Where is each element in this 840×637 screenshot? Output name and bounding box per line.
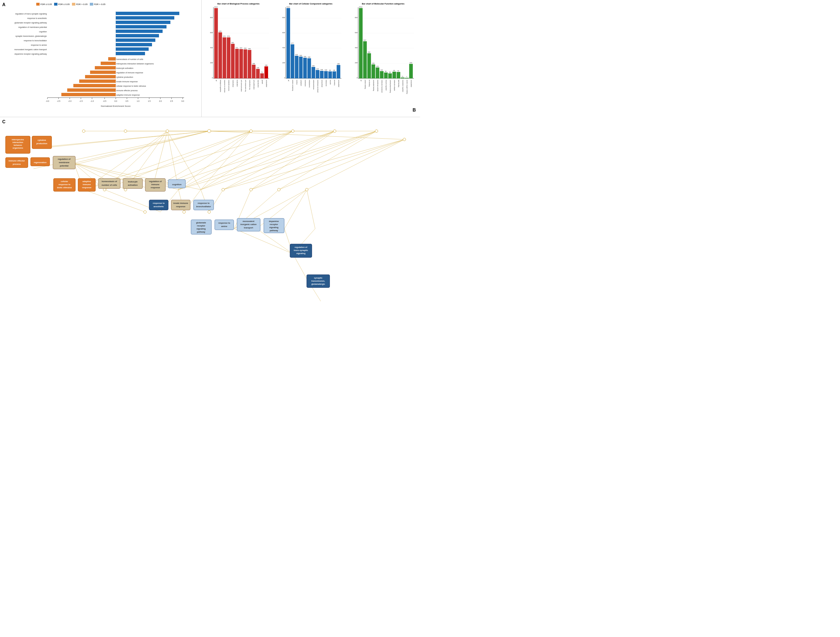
bar-immune-response [90,71,116,74]
svg-point-219 [222,188,224,191]
svg-text:517: 517 [363,40,366,41]
svg-text:signaling: signaling [269,226,279,229]
bar-membrane-potential [116,25,166,28]
svg-line-139 [33,131,209,148]
svg-line-171 [178,131,293,190]
svg-text:all: all [288,80,289,81]
svg-text:glutamatergic: glutamatergic [311,283,325,285]
svg-text:endomembrane: endomembrane [313,80,314,90]
svg-point-223 [144,210,147,213]
bar-adaptive-immune [62,93,116,96]
mf-bar-1 [363,41,367,78]
bar-trans-synaptic [116,12,179,15]
svg-text:potential: potential [60,164,68,167]
node-glutamate: glutamate receptor signaling pathway [191,220,212,234]
legend-item-4: FDR > 0.05 [90,3,106,6]
label-adaptive-immune: adaptive immune response [116,94,140,96]
svg-line-186 [307,139,404,190]
svg-line-182 [279,131,376,190]
svg-text:metabolic process: metabolic process [228,80,230,91]
svg-line-143 [74,131,209,163]
svg-text:number of cells: number of cells [101,184,117,186]
svg-text:transferase activity: transferase activity [377,80,379,92]
svg-text:glutamate: glutamate [196,221,206,224]
bar-synaptic [116,34,159,37]
svg-line-175 [201,131,335,190]
svg-point-221 [278,188,280,191]
node-innate-immune: innate immune response [171,200,190,210]
cc-bar-12 [336,65,340,78]
svg-text:0: 0 [212,77,213,79]
svg-line-181 [251,131,376,190]
svg-text:95: 95 [393,70,395,71]
bar-anesthetic [116,16,174,19]
mf-bar-8 [392,72,396,78]
cc-bar-3 [299,57,303,78]
cellular-component-svg: 0 200 400 600 800 1012 477 315 [276,6,345,101]
svg-text:unclassified: unclassified [266,80,267,87]
svg-point-225 [208,210,210,213]
svg-text:extracellular: extracellular [321,80,323,87]
svg-text:400: 400 [282,47,285,49]
svg-text:91: 91 [398,70,399,72]
legend-color-4 [90,3,93,6]
svg-line-166 [152,131,251,190]
svg-text:0: 0 [284,77,285,79]
svg-text:800: 800 [355,17,358,18]
svg-text:response: response [176,205,185,208]
svg-text:between: between [14,144,22,146]
svg-text:all: all [360,80,362,81]
label-cognition: cognition [39,31,47,33]
mf-bar-11 [405,78,409,78]
svg-text:section oxygen binding: section oxygen binding [406,80,408,94]
biological-process-svg: 0 200 400 600 800 1012 643 [204,6,273,101]
svg-text:pathway: pathway [197,231,205,233]
mf-bar-9 [396,72,400,78]
svg-rect-254 [123,179,142,188]
svg-text:130: 130 [256,67,259,69]
node-membrane-potential: regulation of membrane potential [53,156,75,169]
svg-text:189: 189 [252,63,255,65]
svg-text:membrane: membrane [305,80,306,87]
cc-bar-5 [307,58,311,78]
label-leukocyte: leukocyte activation [116,67,133,70]
label-glutamate: glutamate receptor signaling pathway [14,22,47,24]
label-immune-effector: immune effector process [116,90,138,92]
svg-line-183 [223,139,404,190]
svg-text:biotic stimulus: biotic stimulus [57,186,72,189]
bio-bar-7 [243,49,247,78]
svg-text:monovalent: monovalent [243,220,255,223]
legend: FDR ≤ 0.05 FDR ≤ 0.05 FDR > 0.05 FDR > 0… [36,3,199,6]
panel-c: C [0,117,420,318]
node-response-amine: response to amine [215,220,234,230]
mf-bar-7 [388,73,392,78]
svg-text:membrane: membrane [59,161,69,164]
legend-text-1: FDR ≤ 0.05 [40,3,52,6]
node-regeneration: regeneration [31,158,50,166]
svg-text:multicellular: multicellular [232,80,234,87]
label-membrane-potential: regulation of membrane potential [18,26,47,28]
svg-text:-2.5: -2.5 [57,100,60,102]
label-dopamine: dopamine receptor signaling pathway [14,53,47,55]
bio-bar-1 [218,32,222,78]
bar-homeostasis [108,57,116,60]
svg-text:reproduction: reproduction [257,80,259,88]
svg-text:transmission,: transmission, [311,280,325,282]
svg-line-151 [209,131,404,139]
svg-text:2.0: 2.0 [159,100,162,102]
bio-bar-8 [248,50,251,78]
svg-line-187 [84,190,145,212]
svg-text:102: 102 [380,69,383,71]
svg-point-213 [375,130,378,133]
svg-text:cellular: cellular [61,180,68,183]
svg-text:400: 400 [355,47,358,49]
svg-text:response to: response to [58,183,71,186]
svg-rect-277 [215,220,234,230]
svg-text:regulation of: regulation of [295,246,307,248]
svg-text:anesthetic: anesthetic [153,205,164,208]
svg-text:-1.5: -1.5 [79,100,82,102]
bar-dopamine [116,52,145,55]
bar-monovalent [116,47,148,51]
cc-bar-4 [303,58,307,78]
cc-bar-9 [324,71,328,78]
